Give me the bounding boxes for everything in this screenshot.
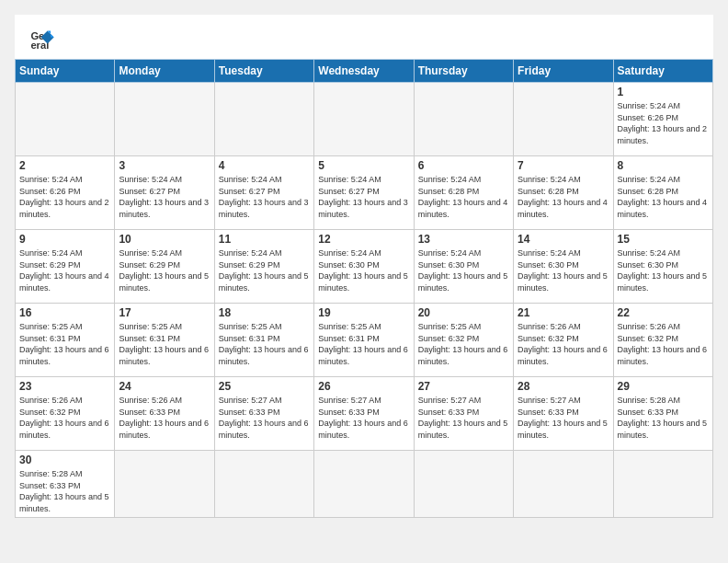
- calendar-cell: [414, 83, 513, 156]
- day-info: Sunrise: 5:25 AM Sunset: 6:31 PM Dayligh…: [19, 321, 110, 367]
- day-number: 29: [618, 380, 709, 393]
- calendar-cell: 13Sunrise: 5:24 AM Sunset: 6:30 PM Dayli…: [414, 230, 513, 304]
- day-info: Sunrise: 5:28 AM Sunset: 6:33 PM Dayligh…: [19, 468, 110, 514]
- day-info: Sunrise: 5:24 AM Sunset: 6:27 PM Dayligh…: [219, 174, 310, 220]
- calendar-cell: [613, 451, 712, 518]
- day-number: 3: [119, 159, 210, 172]
- calendar-page: Gen eral SundayMondayTuesdayWednesdayThu…: [15, 15, 713, 518]
- day-info: Sunrise: 5:27 AM Sunset: 6:33 PM Dayligh…: [518, 395, 609, 441]
- day-number: 28: [518, 380, 609, 393]
- calendar-cell: 26Sunrise: 5:27 AM Sunset: 6:33 PM Dayli…: [314, 377, 414, 451]
- day-number: 12: [318, 233, 409, 246]
- day-info: Sunrise: 5:28 AM Sunset: 6:33 PM Dayligh…: [618, 395, 709, 441]
- day-info: Sunrise: 5:24 AM Sunset: 6:27 PM Dayligh…: [119, 174, 210, 220]
- calendar-cell: 4Sunrise: 5:24 AM Sunset: 6:27 PM Daylig…: [214, 156, 313, 230]
- day-number: 11: [219, 233, 310, 246]
- calendar-cell: 2Sunrise: 5:24 AM Sunset: 6:26 PM Daylig…: [16, 156, 115, 230]
- calendar-cell: 9Sunrise: 5:24 AM Sunset: 6:29 PM Daylig…: [16, 230, 115, 304]
- day-info: Sunrise: 5:25 AM Sunset: 6:32 PM Dayligh…: [418, 321, 509, 367]
- day-info: Sunrise: 5:24 AM Sunset: 6:28 PM Dayligh…: [618, 174, 709, 220]
- day-info: Sunrise: 5:24 AM Sunset: 6:28 PM Dayligh…: [518, 174, 609, 220]
- calendar-cell: 30Sunrise: 5:28 AM Sunset: 6:33 PM Dayli…: [16, 451, 115, 518]
- day-info: Sunrise: 5:27 AM Sunset: 6:33 PM Dayligh…: [418, 395, 509, 441]
- calendar-cell: [514, 451, 613, 518]
- day-number: 14: [518, 233, 609, 246]
- logo-icon: Gen eral: [29, 26, 55, 52]
- calendar-cell: [214, 451, 313, 518]
- calendar-cell: [314, 83, 414, 156]
- calendar-cell: 20Sunrise: 5:25 AM Sunset: 6:32 PM Dayli…: [414, 304, 513, 377]
- day-info: Sunrise: 5:25 AM Sunset: 6:31 PM Dayligh…: [318, 321, 409, 367]
- day-number: 9: [19, 233, 110, 246]
- day-number: 2: [19, 159, 110, 172]
- day-number: 21: [518, 306, 609, 319]
- day-info: Sunrise: 5:24 AM Sunset: 6:27 PM Dayligh…: [318, 174, 409, 220]
- day-info: Sunrise: 5:24 AM Sunset: 6:30 PM Dayligh…: [418, 247, 509, 293]
- day-info: Sunrise: 5:24 AM Sunset: 6:26 PM Dayligh…: [618, 100, 709, 146]
- day-info: Sunrise: 5:24 AM Sunset: 6:30 PM Dayligh…: [518, 247, 609, 293]
- calendar-cell: 12Sunrise: 5:24 AM Sunset: 6:30 PM Dayli…: [314, 230, 414, 304]
- calendar-cell: 15Sunrise: 5:24 AM Sunset: 6:30 PM Dayli…: [613, 230, 712, 304]
- calendar-cell: 16Sunrise: 5:25 AM Sunset: 6:31 PM Dayli…: [16, 304, 115, 377]
- day-info: Sunrise: 5:26 AM Sunset: 6:32 PM Dayligh…: [19, 395, 110, 441]
- day-number: 7: [518, 159, 609, 172]
- day-info: Sunrise: 5:25 AM Sunset: 6:31 PM Dayligh…: [119, 321, 210, 367]
- day-header-monday: Monday: [115, 60, 214, 83]
- calendar-cell: 18Sunrise: 5:25 AM Sunset: 6:31 PM Dayli…: [214, 304, 313, 377]
- calendar-cell: 23Sunrise: 5:26 AM Sunset: 6:32 PM Dayli…: [16, 377, 115, 451]
- calendar-cell: 7Sunrise: 5:24 AM Sunset: 6:28 PM Daylig…: [514, 156, 613, 230]
- day-header-saturday: Saturday: [613, 60, 712, 83]
- day-number: 25: [219, 380, 310, 393]
- day-number: 8: [618, 159, 709, 172]
- day-header-tuesday: Tuesday: [214, 60, 313, 83]
- day-number: 10: [119, 233, 210, 246]
- day-number: 16: [19, 306, 110, 319]
- day-number: 26: [318, 380, 409, 393]
- calendar-cell: 14Sunrise: 5:24 AM Sunset: 6:30 PM Dayli…: [514, 230, 613, 304]
- calendar-cell: 6Sunrise: 5:24 AM Sunset: 6:28 PM Daylig…: [414, 156, 513, 230]
- calendar-cell: 25Sunrise: 5:27 AM Sunset: 6:33 PM Dayli…: [214, 377, 313, 451]
- calendar-cell: 17Sunrise: 5:25 AM Sunset: 6:31 PM Dayli…: [115, 304, 214, 377]
- calendar-table: SundayMondayTuesdayWednesdayThursdayFrid…: [15, 59, 713, 518]
- day-number: 1: [618, 86, 709, 98]
- day-info: Sunrise: 5:24 AM Sunset: 6:29 PM Dayligh…: [119, 247, 210, 293]
- day-number: 24: [119, 380, 210, 393]
- day-header-wednesday: Wednesday: [314, 60, 414, 83]
- day-info: Sunrise: 5:24 AM Sunset: 6:29 PM Dayligh…: [19, 247, 110, 293]
- calendar-cell: [16, 83, 115, 156]
- day-header-thursday: Thursday: [414, 60, 513, 83]
- day-number: 23: [19, 380, 110, 393]
- day-number: 22: [618, 306, 709, 319]
- logo: Gen eral: [29, 26, 59, 52]
- calendar-cell: 27Sunrise: 5:27 AM Sunset: 6:33 PM Dayli…: [414, 377, 513, 451]
- day-info: Sunrise: 5:26 AM Sunset: 6:32 PM Dayligh…: [518, 321, 609, 367]
- day-number: 4: [219, 159, 310, 172]
- calendar-cell: [414, 451, 513, 518]
- day-info: Sunrise: 5:24 AM Sunset: 6:29 PM Dayligh…: [219, 247, 310, 293]
- calendar-cell: 22Sunrise: 5:26 AM Sunset: 6:32 PM Dayli…: [613, 304, 712, 377]
- calendar-cell: 19Sunrise: 5:25 AM Sunset: 6:31 PM Dayli…: [314, 304, 414, 377]
- day-info: Sunrise: 5:24 AM Sunset: 6:30 PM Dayligh…: [318, 247, 409, 293]
- calendar-cell: 24Sunrise: 5:26 AM Sunset: 6:33 PM Dayli…: [115, 377, 214, 451]
- day-info: Sunrise: 5:26 AM Sunset: 6:33 PM Dayligh…: [119, 395, 210, 441]
- calendar-cell: [214, 83, 313, 156]
- day-info: Sunrise: 5:25 AM Sunset: 6:31 PM Dayligh…: [219, 321, 310, 367]
- calendar-cell: 21Sunrise: 5:26 AM Sunset: 6:32 PM Dayli…: [514, 304, 613, 377]
- calendar-cell: [514, 83, 613, 156]
- day-info: Sunrise: 5:24 AM Sunset: 6:26 PM Dayligh…: [19, 174, 110, 220]
- day-info: Sunrise: 5:24 AM Sunset: 6:28 PM Dayligh…: [418, 174, 509, 220]
- calendar-cell: 1Sunrise: 5:24 AM Sunset: 6:26 PM Daylig…: [613, 83, 712, 156]
- day-info: Sunrise: 5:26 AM Sunset: 6:32 PM Dayligh…: [618, 321, 709, 367]
- calendar-cell: 5Sunrise: 5:24 AM Sunset: 6:27 PM Daylig…: [314, 156, 414, 230]
- calendar-cell: 8Sunrise: 5:24 AM Sunset: 6:28 PM Daylig…: [613, 156, 712, 230]
- calendar-cell: [115, 83, 214, 156]
- calendar-cell: [115, 451, 214, 518]
- day-number: 15: [618, 233, 709, 246]
- calendar-cell: [314, 451, 414, 518]
- calendar-cell: 28Sunrise: 5:27 AM Sunset: 6:33 PM Dayli…: [514, 377, 613, 451]
- calendar-cell: 10Sunrise: 5:24 AM Sunset: 6:29 PM Dayli…: [115, 230, 214, 304]
- day-number: 6: [418, 159, 509, 172]
- day-number: 17: [119, 306, 210, 319]
- day-number: 27: [418, 380, 509, 393]
- day-header-friday: Friday: [514, 60, 613, 83]
